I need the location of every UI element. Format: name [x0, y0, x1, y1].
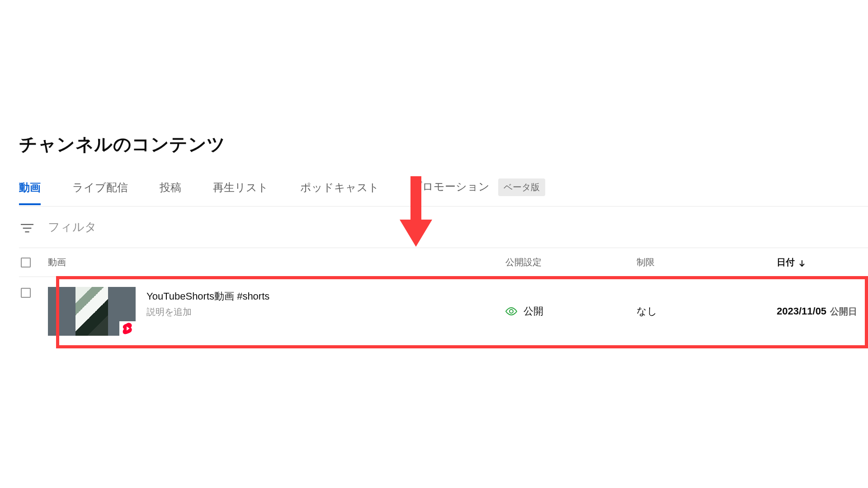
tab-podcasts[interactable]: ポッドキャスト	[300, 180, 379, 205]
select-all-checkbox[interactable]	[21, 258, 31, 267]
filter-bar[interactable]: フィルタ	[19, 206, 868, 248]
date-cell: 2023/11/05 公開日	[777, 305, 867, 319]
table-row[interactable]: YouTubeShorts動画 #shorts 説明を追加 公開 なし 2023…	[19, 278, 868, 345]
page-title: チャンネルのコンテンツ	[19, 132, 868, 157]
table-header: 動画 公開設定 制限 日付	[19, 248, 868, 277]
tab-label: 動画	[19, 181, 41, 193]
tab-label: 再生リスト	[213, 181, 269, 193]
tab-videos[interactable]: 動画	[19, 180, 41, 205]
column-header-restriction[interactable]: 制限	[637, 256, 777, 268]
select-all-cell	[21, 258, 44, 267]
content-tabs: 動画 ライブ配信 投稿 再生リスト ポッドキャスト プロモーション ベータ版	[19, 178, 868, 206]
visibility-public-icon	[505, 307, 517, 316]
row-select-cell	[21, 287, 44, 298]
tab-label: ポッドキャスト	[300, 181, 379, 193]
video-description-placeholder[interactable]: 説明を追加	[146, 306, 269, 318]
restriction-cell: なし	[637, 305, 777, 318]
svg-point-5	[509, 310, 513, 313]
row-checkbox[interactable]	[21, 288, 31, 298]
beta-badge: ベータ版	[498, 178, 545, 196]
sort-desc-icon	[798, 259, 806, 266]
tab-label: ライブ配信	[72, 181, 128, 193]
tab-live[interactable]: ライブ配信	[72, 180, 128, 205]
column-header-date[interactable]: 日付	[777, 256, 867, 268]
video-title[interactable]: YouTubeShorts動画 #shorts	[146, 290, 269, 303]
visibility-cell[interactable]: 公開	[505, 305, 637, 318]
video-cell: YouTubeShorts動画 #shorts 説明を追加	[44, 287, 505, 336]
tab-promotions[interactable]: プロモーション ベータ版	[411, 178, 545, 206]
video-thumbnail[interactable]	[48, 287, 136, 336]
tab-label: プロモーション	[411, 180, 490, 192]
filter-placeholder: フィルタ	[48, 219, 97, 235]
tab-label: 投稿	[160, 181, 181, 193]
thumbnail-image	[75, 287, 108, 336]
date-sublabel: 公開日	[830, 305, 857, 318]
filter-icon	[21, 222, 33, 232]
tab-posts[interactable]: 投稿	[160, 180, 181, 205]
visibility-label: 公開	[524, 305, 543, 318]
tab-playlists[interactable]: 再生リスト	[213, 180, 269, 205]
column-header-visibility[interactable]: 公開設定	[505, 256, 637, 268]
date-value: 2023/11/05	[777, 305, 826, 319]
shorts-badge-icon	[119, 321, 136, 336]
column-header-date-label: 日付	[777, 256, 795, 268]
column-header-video[interactable]: 動画	[44, 256, 505, 268]
